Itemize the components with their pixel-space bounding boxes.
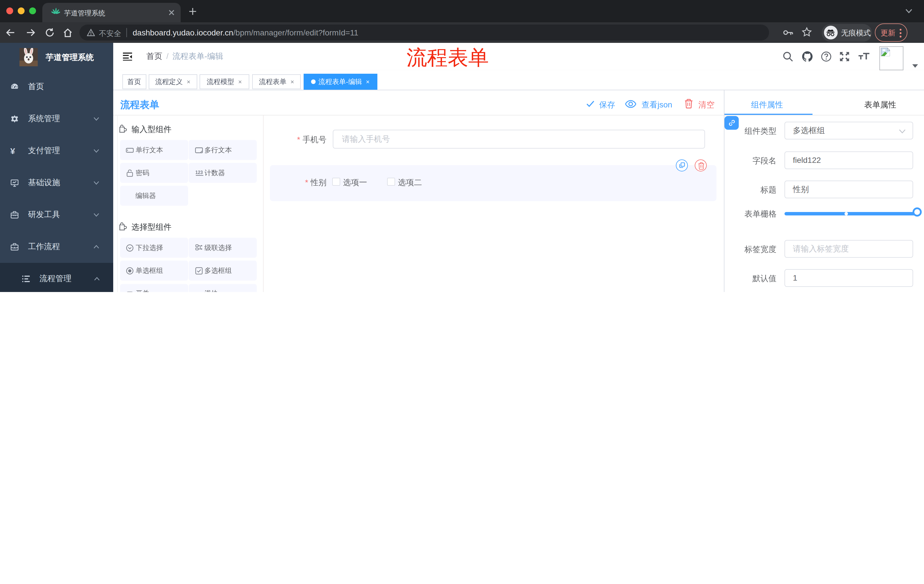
svg-text:123: 123 xyxy=(195,170,203,174)
